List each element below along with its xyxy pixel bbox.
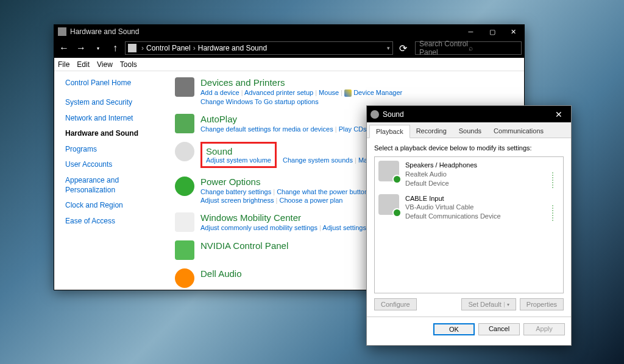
properties-button[interactable]: Properties xyxy=(520,298,564,310)
cp-title-text: Hardware and Sound xyxy=(70,27,460,36)
search-placeholder: Search Control Panel xyxy=(419,40,469,57)
category-icon xyxy=(175,212,194,232)
set-default-button[interactable]: Set Default ▾ xyxy=(461,298,516,310)
breadcrumb-sep: › xyxy=(193,44,196,52)
tab-sounds[interactable]: Sounds xyxy=(453,125,488,138)
highlighted-category: SoundAdjust system volume xyxy=(200,142,277,168)
cp-menu-bar: File Edit View Tools xyxy=(54,58,524,71)
sidebar-item[interactable]: Programs xyxy=(65,145,164,155)
set-default-label: Set Default xyxy=(468,301,501,308)
volume-meter-icon xyxy=(552,161,559,188)
breadcrumb-sep: › xyxy=(141,44,144,52)
device-item[interactable]: Speakers / HeadphonesRealtek AudioDefaul… xyxy=(378,161,559,188)
menu-view[interactable]: View xyxy=(97,60,113,69)
sidebar-item[interactable]: Ease of Access xyxy=(65,217,164,226)
sound-close-button[interactable]: ✕ xyxy=(547,106,571,122)
speaker-icon xyxy=(378,194,399,215)
address-dropdown-icon[interactable]: ▾ xyxy=(387,45,390,51)
sidebar-item[interactable]: User Accounts xyxy=(65,160,164,170)
sidebar-item[interactable]: Hardware and Sound xyxy=(65,129,164,139)
menu-edit[interactable]: Edit xyxy=(77,60,90,69)
category-title[interactable]: Sound xyxy=(206,146,271,156)
refresh-button[interactable]: ⟳ xyxy=(395,41,410,55)
breadcrumb-root[interactable]: Control Panel xyxy=(146,44,191,52)
close-button[interactable]: ✕ xyxy=(503,25,524,38)
device-text: CABLE InputVB-Audio Virtual CableDefault… xyxy=(405,194,552,222)
category-link[interactable]: Adjust screen brightness xyxy=(200,197,274,204)
sidebar-item[interactable]: Clock and Region xyxy=(65,201,164,211)
search-icon: ⌕ xyxy=(469,44,518,52)
apply-button[interactable]: Apply xyxy=(523,323,565,335)
phone-badge-icon xyxy=(392,208,402,217)
configure-button[interactable]: Configure xyxy=(374,298,417,310)
forward-button[interactable]: → xyxy=(74,41,88,55)
category-title[interactable]: Devices and Printers xyxy=(200,77,513,88)
sound-tabs: Playback Recording Sounds Communications xyxy=(367,122,571,138)
maximize-button[interactable]: ▢ xyxy=(481,25,503,38)
cp-nav-bar: ← → ▾ ↑ › Control Panel › Hardware and S… xyxy=(54,38,524,58)
up-button[interactable]: ↑ xyxy=(108,41,122,55)
category-icon xyxy=(175,77,194,97)
category-link[interactable]: Change battery settings xyxy=(200,188,271,195)
category-body: Devices and PrintersAdd a device | Advan… xyxy=(200,77,513,105)
sound-titlebar: Sound ✕ xyxy=(367,106,571,122)
minimize-button[interactable]: ─ xyxy=(460,25,481,38)
category-link[interactable]: Change what the power buttons do xyxy=(277,188,381,195)
category-link[interactable]: Adjust commonly used mobility settings xyxy=(200,224,317,231)
sidebar-item[interactable]: System and Security xyxy=(65,98,164,108)
chevron-down-icon: ▾ xyxy=(504,302,509,307)
category-icon xyxy=(175,114,194,133)
shield-icon xyxy=(344,89,352,97)
device-list[interactable]: Speakers / HeadphonesRealtek AudioDefaul… xyxy=(374,156,564,293)
address-bar[interactable]: › Control Panel › Hardware and Sound ▾ xyxy=(125,41,393,55)
category-link[interactable]: Add a device xyxy=(200,89,239,96)
category-link[interactable]: Change system sounds xyxy=(283,156,353,164)
back-button[interactable]: ← xyxy=(57,41,71,55)
check-badge-icon xyxy=(392,175,402,184)
ok-button[interactable]: OK xyxy=(433,323,475,335)
tab-recording[interactable]: Recording xyxy=(410,125,453,138)
address-icon xyxy=(128,44,136,52)
category-link[interactable]: Change Windows To Go startup options xyxy=(200,98,319,105)
category-link[interactable]: Adjust system volume xyxy=(206,156,271,164)
sound-footer: OK Cancel Apply xyxy=(367,317,571,341)
category-link[interactable]: Advanced printer setup xyxy=(244,89,313,96)
tab-playback[interactable]: Playback xyxy=(369,125,410,138)
category-link[interactable]: Choose a power plan xyxy=(279,197,342,204)
category-link[interactable]: Mouse xyxy=(319,89,339,96)
category-row: Devices and PrintersAdd a device | Advan… xyxy=(175,77,513,105)
device-text: Speakers / HeadphonesRealtek AudioDefaul… xyxy=(405,161,552,188)
speaker-icon xyxy=(378,161,399,181)
sound-instruction: Select a playback device below to modify… xyxy=(374,144,564,152)
category-icon xyxy=(175,142,194,161)
cancel-button[interactable]: Cancel xyxy=(478,323,520,335)
category-link[interactable]: Change default settings for media or dev… xyxy=(200,125,333,133)
volume-meter-icon xyxy=(552,194,559,222)
category-icon xyxy=(175,268,194,288)
cp-title-icon xyxy=(58,27,66,36)
device-item[interactable]: CABLE InputVB-Audio Virtual CableDefault… xyxy=(378,194,559,222)
category-link[interactable]: Device Manager xyxy=(353,89,402,96)
sound-title-text: Sound xyxy=(383,110,547,119)
sidebar-item[interactable]: Network and Internet xyxy=(65,114,164,124)
cp-sidebar: Control Panel Home System and SecurityNe… xyxy=(54,71,164,290)
menu-tools[interactable]: Tools xyxy=(120,60,137,69)
category-icon xyxy=(175,240,194,260)
recent-dropdown[interactable]: ▾ xyxy=(91,41,105,55)
cp-titlebar: Hardware and Sound ─ ▢ ✕ xyxy=(54,25,524,38)
breadcrumb-current[interactable]: Hardware and Sound xyxy=(198,44,267,52)
menu-file[interactable]: File xyxy=(58,60,69,69)
sound-dialog: Sound ✕ Playback Recording Sounds Commun… xyxy=(366,105,572,346)
control-panel-home-link[interactable]: Control Panel Home xyxy=(65,79,164,87)
tab-communications[interactable]: Communications xyxy=(488,125,550,138)
sound-title-icon xyxy=(370,110,379,119)
sidebar-item[interactable]: Appearance and Personalization xyxy=(65,176,164,195)
category-icon xyxy=(175,177,194,196)
search-box[interactable]: Search Control Panel ⌕ xyxy=(415,41,522,55)
